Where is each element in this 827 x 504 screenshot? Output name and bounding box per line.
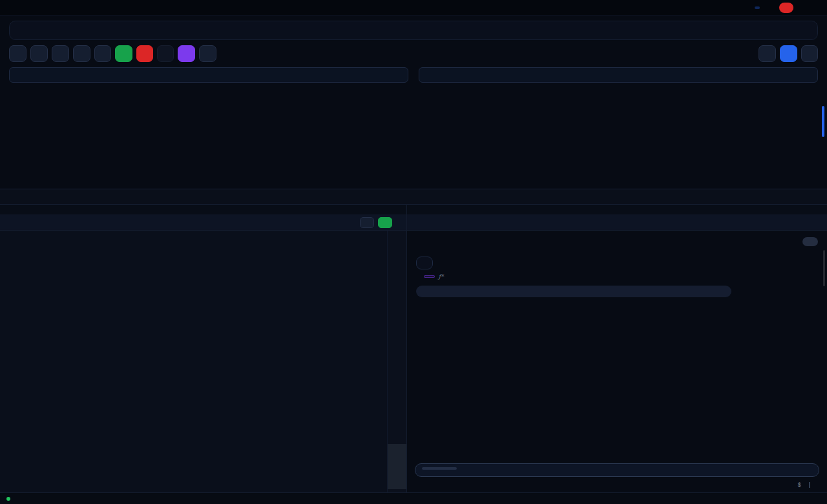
minimize-button[interactable] [800, 6, 806, 9]
agent-response [416, 286, 731, 297]
remote-view-button[interactable] [759, 45, 776, 62]
function-icon: ƒ* [439, 273, 444, 280]
close-button[interactable] [815, 6, 822, 9]
statusbar [0, 492, 827, 504]
new-button[interactable] [52, 45, 69, 62]
local-file-list [419, 88, 818, 184]
main-area [0, 16, 827, 184]
menubar [0, 0, 827, 16]
local-column-headers [419, 88, 818, 101]
add-tab-button[interactable] [12, 23, 28, 38]
cost-icon: $ [798, 481, 801, 488]
sync-files-button[interactable] [199, 45, 216, 62]
aerotools-header [0, 189, 827, 205]
delete-button[interactable] [136, 45, 153, 62]
aeroftp-window: ƒ* [0, 0, 827, 504]
refresh-button[interactable] [30, 45, 48, 62]
pause-sync-button[interactable] [157, 45, 174, 62]
file-listing-block [416, 257, 433, 269]
context-usage-row [422, 467, 812, 470]
view-grid-button[interactable] [94, 45, 111, 62]
agent-header [407, 215, 827, 231]
editor-column [0, 205, 407, 492]
favorites-icon[interactable] [742, 6, 747, 9]
synced-button[interactable] [178, 45, 195, 62]
editor-file-tab[interactable] [0, 205, 406, 215]
up-button[interactable] [9, 45, 26, 62]
context-usage-bar [422, 467, 457, 470]
remote-column-headers [9, 88, 408, 101]
security-shield-icon[interactable] [761, 6, 766, 9]
code-editor[interactable] [0, 231, 406, 492]
tool-result-meta: ƒ* [416, 273, 818, 280]
minimap[interactable] [387, 231, 406, 492]
upload-files-button[interactable] [115, 45, 132, 62]
open-button[interactable] [73, 45, 90, 62]
model-row: $ | [407, 477, 827, 492]
ai-agent-column: ƒ* [407, 205, 827, 492]
minimap-viewport[interactable] [388, 444, 406, 489]
settings-gear-icon[interactable] [748, 6, 753, 9]
downloads-icon[interactable] [768, 6, 773, 9]
disconnected-badge[interactable] [779, 3, 793, 13]
toolbar [9, 45, 818, 62]
local-view-button[interactable] [780, 45, 797, 62]
save-button[interactable] [378, 217, 392, 228]
maximize-button[interactable] [808, 6, 814, 9]
remote-file-list [9, 88, 408, 184]
scrollbar-thumb[interactable] [822, 106, 824, 137]
code-lines[interactable] [0, 231, 387, 492]
path-bars [9, 67, 818, 83]
reset-button[interactable] [360, 217, 374, 228]
tool-call-badge [424, 275, 435, 278]
editor-header [0, 215, 406, 231]
chat-scrollbar[interactable] [823, 250, 825, 286]
local-path-bar[interactable] [419, 67, 818, 83]
chat-area: ƒ* [407, 231, 827, 462]
connection-status-dot [6, 497, 10, 501]
aerotools-panel: ƒ* [0, 189, 827, 492]
file-panes [9, 88, 818, 184]
user-message [802, 237, 818, 246]
print-button[interactable] [801, 45, 818, 62]
remote-path-bar[interactable] [9, 67, 408, 83]
connection-tabs [9, 21, 818, 40]
history-clock-icon[interactable] [755, 6, 760, 9]
aerotools-body: ƒ* [0, 205, 827, 492]
chat-input-box[interactable] [415, 463, 819, 477]
ai-agent-panel-tab[interactable] [407, 205, 827, 215]
